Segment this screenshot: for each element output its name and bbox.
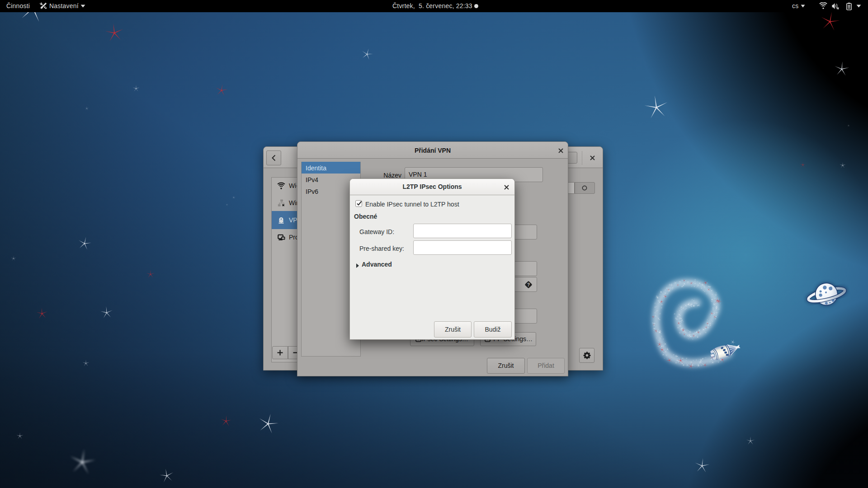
svg-text:?: ? (527, 282, 530, 287)
